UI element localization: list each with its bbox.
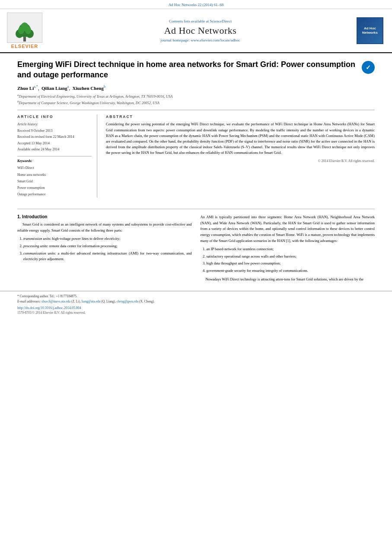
article-info-column: ARTICLE INFO Article history: Received 9… [17,115,97,197]
corresponding-star: * Corresponding author. Tel.: +1 8177184… [17,294,77,298]
elsevier-logo: ELSEVIER [5,13,44,49]
body-left-column: 1. Introduction Smart Grid is considered… [17,214,192,285]
journal-badge-container: Ad HocNetworks [357,13,387,49]
svg-rect-0 [23,37,26,41]
article-history: Article history: Received 9 October 2013… [17,121,92,153]
article-info-abstract-section: ARTICLE INFO Article history: Received 9… [17,110,375,197]
page: Ad Hoc Networks 22 (2014) 61–68 ELSEVIER [0,0,392,535]
adhoc-badge: Ad HocNetworks [357,17,383,44]
badge-text: Ad HocNetworks [362,26,378,35]
top-bar: Ad Hoc Networks 22 (2014) 61–68 [0,0,392,9]
part-2: processing units: remote data center for… [23,243,192,249]
sciencedirect-link[interactable]: ScienceDirect [210,19,232,23]
history-label: Article history: [17,121,92,127]
elsevier-wordmark: ELSEVIER [11,44,38,49]
author-2-name: Qilian Liang [41,85,67,90]
email-label: E-mail addresses: [17,299,41,303]
smartgrid-parts-list: transmission units: high-voltage power l… [23,236,192,262]
adv-4: government-grade security for ensuring i… [207,268,375,274]
rights-line: 1570-8705/© 2014 Elsevier B.V. All right… [17,311,375,315]
body-content: 1. Introduction Smart Grid is considered… [0,214,392,285]
abstract-header: ABSTRACT [106,115,375,119]
history-available: Available online 24 May 2014 [17,146,92,153]
adv-1: an IP based-network for seamless connect… [207,246,375,252]
intro-para-1: Smart Grid is considered as an intellige… [17,222,192,233]
wifi-advantages-list: an IP based-network for seamless connect… [207,246,375,274]
part-3: communication units: a multi-tier advanc… [23,251,192,262]
elsevier-logo-box [7,13,42,43]
doi-link[interactable]: http://dx.doi.org/10.1016/j.adhoc.2014.0… [17,306,81,310]
history-revised: Received in revised form 22 March 2014 [17,134,92,140]
abstract-column: ABSTRACT Considering the power saving po… [106,115,375,197]
affiliations: aDepartment of Electrical Engineering, U… [17,93,375,105]
keywords-label: Keywords: [17,159,92,163]
right-para-1: An AMI is typically partitioned into thr… [201,214,375,244]
footer-corresponding-author: * Corresponding author. Tel.: +1 8177184… [17,294,375,299]
body-right-column: An AMI is typically partitioned into thr… [201,214,375,285]
article-title-section: Emerging WiFi Direct technique in home a… [17,59,375,80]
email-2-name: (Q. Liang), [101,299,116,303]
elsevier-tree-icon [12,22,38,42]
affiliation-b: bDepartment of Computer Science, George … [17,99,375,106]
affiliation-a: aDepartment of Electrical Engineering, U… [17,93,375,99]
email-1[interactable]: zhuo.li@mavs.uta.edu [41,299,70,303]
keyword-3: Smart Grid [17,178,92,185]
adv-2: satisfactory operational range across wa… [207,254,375,260]
svg-point-6 [25,26,31,34]
journal-title: Ad Hoc Networks [164,25,237,36]
email-3-name: (X. Cheng). [139,299,155,303]
keyword-1: WiFi-Direct [17,165,92,171]
author-1-name: Zhuo Li [17,85,34,90]
copyright-line: © 2014 Elsevier B.V. All rights reserved… [106,159,375,163]
article-info-header: ARTICLE INFO [17,115,92,119]
adv-3: high data throughput and low power consu… [207,261,375,267]
crossmark-container: ✓ [357,59,375,74]
keyword-2: Home area networks [17,172,92,178]
right-para-2: Nowadays WiFi Direct technology is attra… [201,277,375,283]
email-2[interactable]: liang@uta.edu [82,299,101,303]
history-accepted: Accepted 13 May 2014 [17,140,92,146]
contents-available-line: Contents lists available at ScienceDirec… [169,19,232,23]
authors-line: Zhuo Lia,*, Qilian Lianga, Xiuzhen Cheng… [17,85,375,91]
author-2-sup: a [67,85,69,89]
history-received: Received 9 October 2013 [17,128,92,134]
author-3-sup: b [104,85,105,89]
article-title: Emerging WiFi Direct technique in home a… [17,59,357,80]
page-footer: * Corresponding author. Tel.: +1 8177184… [0,291,392,315]
keyword-5: Outage performance [17,191,92,197]
journal-issue: Ad Hoc Networks 22 (2014) 61–68 [169,3,224,7]
journal-header: ELSEVIER Contents lists available at Sci… [0,9,392,53]
part-1: transmission units: high-voltage power l… [23,236,192,242]
email-1-name: (Z. Li), [71,299,82,303]
doi-line: http://dx.doi.org/10.1016/j.adhoc.2014.0… [17,306,375,310]
keywords-list: WiFi-Direct Home area networks Smart Gri… [17,165,92,197]
email-3[interactable]: cheng@gwu.edu [117,299,138,303]
journal-center: Contents lists available at ScienceDirec… [48,13,352,49]
author-1-sup: a,* [34,85,38,89]
contents-label: Contents lists available at [169,19,209,23]
svg-point-5 [18,26,24,34]
main-content: Emerging WiFi Direct technique in home a… [0,53,392,204]
tons-text: tons [284,277,290,281]
abstract-text: Considering the power saving potential o… [106,121,375,156]
crossmark-icon: ✓ [362,61,375,74]
journal-homepage: journal homepage: www.elsevier.com/locat… [161,38,240,42]
homepage-label: journal homepage: [161,38,190,42]
footer-emails: E-mail addresses: zhuo.li@mavs.uta.edu (… [17,299,375,304]
author-3-name: Xiuzhen Cheng [72,85,103,90]
intro-section-title: 1. Introduction [17,214,192,219]
keyword-4: Power consumption [17,185,92,191]
section-separator [17,209,375,209]
keywords-section: Keywords: WiFi-Direct Home area networks… [17,156,92,197]
homepage-url[interactable]: www.elsevier.com/locate/adhoc [191,38,240,42]
